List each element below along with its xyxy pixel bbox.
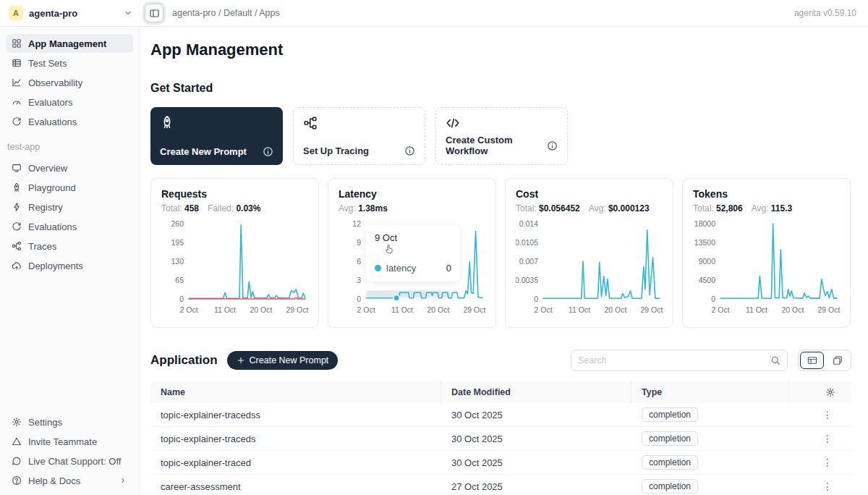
svg-text:29 Oct: 29 Oct	[286, 305, 308, 314]
sidebar-item-test-sets[interactable]: Test Sets	[6, 54, 133, 72]
sidebar-item-invite-teammate[interactable]: Invite Teammate	[6, 432, 133, 451]
search-input[interactable]	[578, 355, 770, 365]
sidebar-item-traces[interactable]: Traces	[6, 237, 133, 255]
sidebar-item-evaluations[interactable]: Evaluations	[6, 112, 133, 131]
sidebar-item-label: Live Chat Support: Off	[28, 456, 127, 467]
tooltip-date: 9 Oct	[375, 232, 451, 243]
row-menu-button[interactable]: ⋮	[822, 433, 833, 444]
sidebar-item-label: Invite Teammate	[28, 436, 127, 447]
tokens-chart[interactable]: 04500900013500180002 Oct11 Oct20 Oct29 O…	[693, 216, 840, 325]
table-row[interactable]: career-assessment27 Oct 2025completion⋮	[150, 475, 851, 495]
search-icon[interactable]	[770, 355, 780, 365]
sidebar-item-app-evaluations[interactable]: Evaluations	[6, 217, 133, 236]
series-dot	[375, 265, 381, 271]
create-custom-workflow-card[interactable]: Create Custom Workflow	[435, 107, 568, 165]
svg-text:0: 0	[357, 295, 361, 303]
table-row[interactable]: topic-explainer-traceds30 Oct 2025comple…	[150, 427, 851, 451]
chart-title: Requests	[161, 188, 308, 200]
sidebar-item-label: Traces	[28, 241, 127, 252]
sidebar-collapse-button[interactable]	[145, 4, 163, 22]
create-new-prompt-card[interactable]: Create New Prompt	[150, 107, 283, 165]
monitor-icon	[12, 163, 22, 173]
sidebar-item-registry[interactable]: Registry	[6, 198, 133, 216]
application-heading: Application	[150, 353, 218, 368]
table-view-button[interactable]	[800, 352, 824, 369]
svg-text:18000: 18000	[694, 219, 715, 228]
column-header-name: Name	[150, 381, 441, 403]
info-icon[interactable]	[404, 145, 415, 156]
app-name: topic-explainer-traced	[150, 457, 441, 468]
tree-icon	[12, 241, 22, 251]
requests-chart[interactable]: 0651301952602 Oct11 Oct20 Oct29 Oct	[161, 216, 308, 325]
gear-icon	[12, 417, 22, 427]
app-name: topic-explainer-tracedss	[150, 410, 441, 420]
sidebar-main-nav: App ManagementTest SetsObservabilityEval…	[6, 34, 133, 131]
svg-text:11 Oct: 11 Oct	[391, 305, 413, 314]
get-started-cards: Create New PromptSet Up TracingCreate Cu…	[150, 107, 851, 165]
date-modified: 30 Oct 2025	[441, 410, 631, 420]
rocket-icon	[160, 115, 174, 130]
svg-text:0.0105: 0.0105	[516, 238, 538, 247]
svg-text:2 Oct: 2 Oct	[179, 305, 197, 314]
svg-text:20 Oct: 20 Oct	[427, 305, 449, 314]
sidebar-item-help-docs[interactable]: Help & Docs	[6, 471, 133, 490]
svg-text:9000: 9000	[699, 257, 716, 266]
svg-text:65: 65	[175, 276, 184, 284]
column-header-type: Type	[631, 381, 789, 403]
svg-text:20 Oct: 20 Oct	[250, 305, 272, 314]
sidebar-item-settings[interactable]: Settings	[6, 412, 133, 431]
workspace-name: agenta-pro	[29, 8, 117, 19]
svg-text:9: 9	[357, 238, 361, 247]
chevron-down-icon	[123, 8, 133, 18]
type-badge: completion	[642, 455, 698, 470]
info-icon[interactable]	[547, 140, 558, 151]
svg-text:0: 0	[534, 295, 538, 303]
app-name: career-assessment	[150, 481, 441, 492]
svg-text:2 Oct: 2 Oct	[711, 305, 729, 314]
sidebar-item-deployments[interactable]: Deployments	[6, 256, 133, 275]
rocket-icon	[12, 182, 22, 192]
start-card-label: Set Up Tracing	[303, 145, 369, 156]
sidebar-item-overview[interactable]: Overview	[6, 158, 133, 177]
svg-text:11 Oct: 11 Oct	[746, 305, 767, 314]
workspace-selector[interactable]: A agenta-pro	[9, 6, 133, 20]
info-icon[interactable]	[263, 146, 273, 157]
svg-text:3: 3	[357, 276, 361, 284]
table-row[interactable]: topic-explainer-tracedss30 Oct 2025compl…	[150, 403, 851, 427]
create-button-label: Create New Prompt	[250, 355, 329, 365]
svg-text:130: 130	[171, 257, 184, 266]
sidebar-item-label: App Management	[28, 38, 127, 49]
tooltip-series-label: latency	[386, 263, 416, 274]
sidebar-item-observability[interactable]: Observability	[6, 73, 133, 92]
sidebar-item-app-management[interactable]: App Management	[6, 34, 133, 53]
sidebar-item-evaluators[interactable]: Evaluators	[6, 93, 133, 111]
table-settings-icon[interactable]	[825, 387, 835, 397]
create-new-prompt-button[interactable]: Create New Prompt	[227, 351, 339, 370]
sidebar-footer-nav: SettingsInvite TeammateLive Chat Support…	[6, 412, 133, 490]
svg-text:195: 195	[171, 238, 184, 247]
sidebar-item-label: Deployments	[28, 261, 127, 271]
sidebar-item-label: Observability	[28, 77, 127, 88]
table-row[interactable]: topic-explainer-traced30 Oct 2025complet…	[150, 451, 851, 475]
chevron-right-icon	[119, 476, 127, 485]
cost-chart[interactable]: 00.00350.0070.01050.0142 Oct11 Oct20 Oct…	[516, 216, 663, 325]
sidebar-item-live-chat-support[interactable]: Live Chat Support: Off	[6, 452, 133, 470]
row-menu-button[interactable]: ⋮	[822, 481, 833, 492]
sidebar-item-label: Overview	[28, 163, 127, 174]
row-menu-button[interactable]: ⋮	[822, 457, 833, 468]
row-menu-button[interactable]: ⋮	[822, 409, 833, 420]
sidebar-item-playground[interactable]: Playground	[6, 178, 133, 197]
type-badge: completion	[642, 479, 698, 494]
svg-text:0.007: 0.007	[519, 257, 538, 266]
lightning-icon	[12, 202, 22, 212]
cost-chart-card: CostTotal: $0.056452Avg: $0.00012300.003…	[505, 178, 673, 328]
breadcrumb[interactable]: agenta-pro / Default / Apps	[172, 8, 280, 18]
search-box	[571, 350, 788, 371]
card-view-button[interactable]	[825, 352, 849, 369]
sidebar-footer: SettingsInvite TeammateLive Chat Support…	[6, 412, 133, 491]
svg-text:11 Oct: 11 Oct	[214, 305, 236, 314]
latency-chart-card: LatencyAvg: 1.38ms0369122 Oct11 Oct20 Oc…	[328, 178, 496, 328]
gauge-icon	[12, 97, 22, 107]
table-body: topic-explainer-tracedss30 Oct 2025compl…	[150, 403, 851, 495]
set-up-tracing-card[interactable]: Set Up Tracing	[293, 107, 425, 165]
